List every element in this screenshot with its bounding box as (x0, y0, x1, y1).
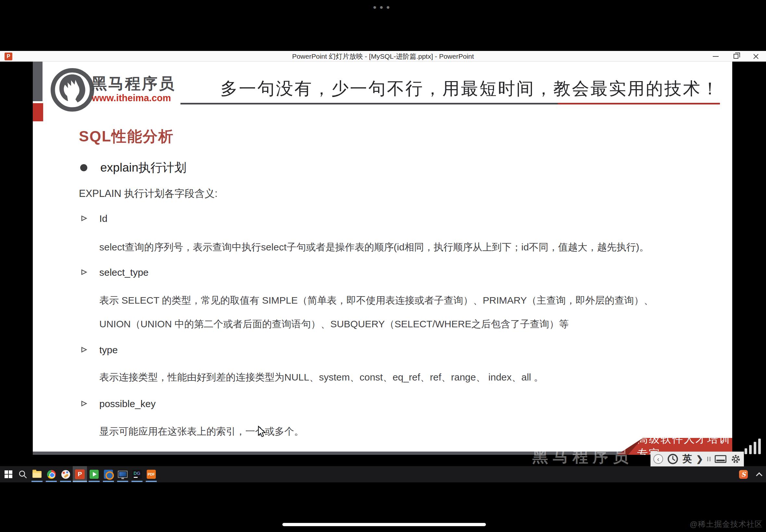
slogan-underline (180, 103, 720, 104)
datagrip-icon: DG (132, 470, 142, 479)
window-controls (706, 51, 766, 62)
mouse-cursor (257, 426, 267, 439)
bar-chart-watermark-icon (743, 437, 764, 455)
field-desc: 表示连接类型，性能由好到差的连接类型为NULL、system、const、eq_… (99, 371, 544, 384)
slide-canvas: 黑马程序员 www.itheima.com 多一句没有，少一句不行，用最短时间，… (33, 62, 732, 455)
taskbar-item-chrome[interactable] (44, 466, 58, 482)
taskbar-item-file-explorer[interactable] (30, 466, 44, 482)
field-term: select_type (99, 267, 149, 278)
slide-title: SQL性能分析 (79, 127, 174, 147)
taskbar-item-screen-recorder[interactable] (87, 466, 101, 482)
juejin-watermark: @稀土掘金技术社区 (690, 519, 763, 529)
ime-language-indicator[interactable]: 英 (683, 453, 692, 465)
field-desc: select查询的序列号，表示查询中执行select子句或者是操作表的顺序(id… (99, 241, 649, 254)
field-desc: 显示可能应用在这张表上的索引，一个或多个。 (99, 425, 304, 438)
arrow-marker-icon (81, 269, 88, 276)
ghost-brand-watermark: 黑马程序员 (532, 446, 633, 467)
bullet-dot-icon (80, 164, 87, 171)
taskbar-item-powerpoint[interactable]: P (73, 466, 87, 482)
handwriting-icon[interactable] (707, 457, 711, 461)
itheima-horse-logo-icon (51, 68, 94, 112)
ime-toolbar: ‹ 英 ❯ (651, 452, 744, 466)
taskbar-item-datagrip[interactable]: DG (130, 466, 144, 482)
slide-left-grey-bar (33, 62, 43, 101)
taskbar-item-paint-tool[interactable] (58, 466, 73, 482)
clock-icon[interactable] (667, 453, 678, 465)
intro-line: EXPLAIN 执行计划各字段含义: (79, 187, 217, 200)
field-term: Id (99, 213, 107, 224)
field-desc: UNION（UNION 中的第二个或者后面的查询语句）、SUBQUERY（SEL… (99, 318, 569, 331)
hidden-icons-chevron-icon[interactable] (756, 472, 762, 479)
field-term: possible_key (99, 398, 155, 409)
bullet-text: explain执行计划 (100, 160, 186, 176)
search-button[interactable] (16, 466, 30, 482)
touch-keyboard-icon[interactable] (715, 455, 726, 463)
arrow-marker-icon (81, 215, 88, 222)
minimize-button[interactable] (706, 51, 726, 62)
video-progress-handle[interactable] (282, 523, 486, 526)
chrome-icon (47, 470, 56, 479)
arrow-marker-icon (81, 400, 88, 407)
search-icon (18, 470, 27, 478)
pdf-reader-icon: PDF (147, 470, 156, 479)
slide-left-red-square (33, 103, 43, 121)
remote-desktop-icon (118, 471, 128, 478)
windows-logo-icon (5, 470, 12, 478)
close-icon (753, 54, 759, 59)
minimize-icon (713, 56, 719, 57)
arrow-marker-icon (81, 346, 88, 353)
bullet-row: explain执行计划 (80, 160, 186, 176)
window-titlebar: P PowerPoint 幻灯片放映 - [MySQL-进阶篇.pptx] - … (0, 51, 766, 62)
taskbar-item-pdf-reader[interactable]: PDF (144, 466, 158, 482)
start-button[interactable] (1, 466, 16, 482)
powerpoint-icon: P (75, 469, 85, 479)
taskbar-icons: P DG PDF (1, 466, 158, 482)
close-button[interactable] (746, 51, 766, 62)
slide-slogan: 多一句没有，少一句不行，用最短时间，教会最实用的技术！ (156, 77, 720, 101)
paint-palette-icon (61, 470, 70, 479)
system-tray: S (739, 466, 761, 482)
file-explorer-icon (32, 471, 42, 478)
chevron-right-icon[interactable]: ❯ (696, 454, 703, 464)
vmware-icon (104, 470, 113, 479)
field-desc: 表示 SELECT 的类型，常见的取值有 SIMPLE（简单表，即不使用表连接或… (99, 294, 653, 307)
window-title: PowerPoint 幻灯片放映 - [MySQL-进阶篇.pptx] - Po… (0, 51, 766, 62)
taskbar-item-vmware[interactable] (101, 466, 115, 482)
gear-icon[interactable] (731, 454, 741, 464)
taskbar-item-remote-desktop[interactable] (115, 466, 130, 482)
player-menu-dots[interactable]: ••• (0, 2, 766, 13)
back-circle-icon[interactable]: ‹ (653, 454, 663, 464)
restore-icon (734, 54, 738, 59)
restore-button[interactable] (726, 51, 746, 62)
taskbar: P DG PDF S (0, 466, 766, 482)
screen-recorder-icon (90, 470, 99, 479)
field-term: type (99, 345, 118, 356)
sogou-input-icon[interactable]: S (739, 470, 748, 479)
